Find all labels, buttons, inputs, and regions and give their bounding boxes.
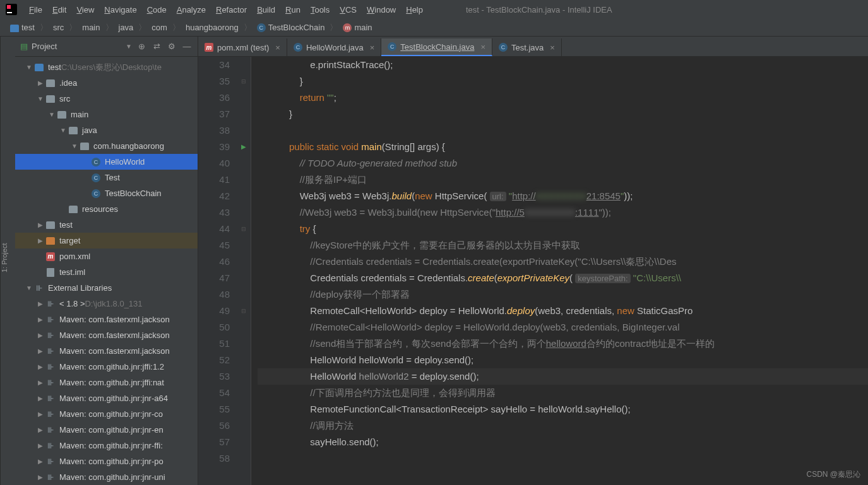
tree-item-Maven--com-github-jnr-jnr-co[interactable]: ▶⊪Maven: com.github.jnr:jnr-co [15,406,198,422]
breadcrumb-com[interactable]: com [149,23,170,32]
tab-pom-xml--test-[interactable]: mpom.xml (test)× [198,38,287,56]
menu-vcs[interactable]: VCS [335,5,362,15]
tree-item-java[interactable]: ▼java [15,122,198,138]
menu-help[interactable]: Help [401,5,428,15]
close-icon[interactable]: × [275,43,280,52]
gear-icon[interactable]: ⚙ [166,41,177,52]
breadcrumb-TestBlockChain[interactable]: CTestBlockChain [254,23,328,33]
menubar: FileEditViewNavigateCodeAnalyzeRefactorB… [0,0,868,19]
tab-HelloWorld-java[interactable]: CHelloWorld.java× [287,38,381,56]
code-text[interactable]: e.printStackTrace(); } return ""; } publ… [251,57,868,485]
line-number-gutter: 3435363738394041424344454647484950515253… [198,57,236,485]
breadcrumb-test[interactable]: test [8,23,37,32]
editor-area: mpom.xml (test)×CHelloWorld.java×CTestBl… [198,37,868,485]
breadcrumb-separator: 〉 [40,22,48,33]
breadcrumb-separator: 〉 [244,22,252,33]
tree-item-com-huangbaorong[interactable]: ▼com.huangbaorong [15,138,198,154]
tree-item-resources[interactable]: resources [15,201,198,217]
svg-rect-1 [7,5,11,9]
editor-tabs: mpom.xml (test)×CHelloWorld.java×CTestBl… [198,37,868,57]
close-icon[interactable]: × [370,43,375,52]
breadcrumb-main[interactable]: mmain [340,23,374,33]
breadcrumb-main[interactable]: main [80,23,102,32]
tree-item-Maven--com-github-jnr-jnr-ffi-[interactable]: ▶⊪Maven: com.github.jnr:jnr-ffi: [15,438,198,453]
tree-item-Maven--com-github-jnr-jnr-a64[interactable]: ▶⊪Maven: com.github.jnr:jnr-a64 [15,390,198,406]
app-logo-icon [5,3,18,16]
breadcrumb: test〉src〉main〉java〉com〉huangbaorong〉CTes… [0,19,868,37]
locate-icon[interactable]: ⊕ [136,41,147,52]
hide-icon[interactable]: — [181,41,193,52]
tree-item--idea[interactable]: ▶.idea [15,75,198,91]
menu-navigate[interactable]: Navigate [99,5,141,15]
left-tool-rail[interactable]: 1: Project [0,37,15,485]
breadcrumb-huangbaorong[interactable]: huangbaorong [183,23,241,32]
close-icon[interactable]: × [550,43,555,52]
tree-item-Maven--com-fasterxml-jackson[interactable]: ▶⊪Maven: com.fasterxml.jackson [15,343,198,359]
code-area[interactable]: 3435363738394041424344454647484950515253… [198,57,868,485]
project-title[interactable]: Project [32,42,122,51]
menu-view[interactable]: View [71,5,99,15]
project-header: ▤ Project ▼ ⊕ ⇄ ⚙ — [15,37,198,57]
watermark: CSDN @秦思沁 [806,469,860,480]
tree-item-TestBlockChain[interactable]: CTestBlockChain [15,185,198,201]
breadcrumb-separator: 〉 [105,22,114,33]
window-title: test - TestBlockChain.java - IntelliJ ID… [466,5,612,15]
menu-tools[interactable]: Tools [306,5,335,15]
breadcrumb-separator: 〉 [172,22,181,33]
menu-build[interactable]: Build [252,5,280,15]
breadcrumb-src[interactable]: src [51,23,66,32]
tree-item-test[interactable]: ▼test C:\Users\秦思沁\Desktop\te [15,59,198,75]
menu-run[interactable]: Run [280,5,306,15]
menu-items: FileEditViewNavigateCodeAnalyzeRefactorB… [24,5,428,15]
fold-gutter[interactable]: ⊟▶⊟⊟ [236,57,251,485]
run-gutter-icon[interactable]: ▶ [241,139,246,155]
tree-item-Maven--com-github-jnr-jnr-po[interactable]: ▶⊪Maven: com.github.jnr:jnr-po [15,453,198,469]
breadcrumb-separator: 〉 [69,22,77,33]
chevron-down-icon[interactable]: ▼ [126,43,132,50]
project-view-icon[interactable]: ▤ [20,42,28,51]
tree-item-Maven--com-github-jnr-jffi-1-2[interactable]: ▶⊪Maven: com.github.jnr:jffi:1.2 [15,359,198,375]
breadcrumb-separator: 〉 [330,22,338,33]
project-panel: ▤ Project ▼ ⊕ ⇄ ⚙ — ▼test C:\Users\秦思沁\D… [15,37,198,485]
menu-code[interactable]: Code [142,5,172,15]
menu-analyze[interactable]: Analyze [172,5,211,15]
tab-TestBlockChain-java[interactable]: CTestBlockChain.java× [381,38,492,56]
project-tree[interactable]: ▼test C:\Users\秦思沁\Desktop\te▶.idea▼src▼… [15,57,198,485]
menu-window[interactable]: Window [362,5,401,15]
tree-item-Maven--com-github-jnr-jffi-nat[interactable]: ▶⊪Maven: com.github.jnr:jffi:nat [15,375,198,390]
tree-item-pom-xml[interactable]: mpom.xml [15,248,198,264]
menu-refactor[interactable]: Refactor [211,5,252,15]
tree-item-Maven--com-fasterxml-jackson[interactable]: ▶⊪Maven: com.fasterxml.jackson [15,327,198,343]
breadcrumb-separator: 〉 [138,22,146,33]
tree-item-target[interactable]: ▶target [15,233,198,248]
tree-item-Maven--com-fasterxml-jackson[interactable]: ▶⊪Maven: com.fasterxml.jackson [15,312,198,327]
tree-item-External-Libraries[interactable]: ▼⊪External Libraries [15,280,198,296]
menu-file[interactable]: File [24,5,47,15]
tree-item-test[interactable]: ▶test [15,217,198,233]
tree-item-src[interactable]: ▼src [15,91,198,107]
tab-Test-java[interactable]: CTest.java× [492,38,562,56]
tree-item-main[interactable]: ▼main [15,107,198,122]
tree-item-Test[interactable]: CTest [15,170,198,185]
tree-item-HelloWorld[interactable]: CHelloWorld [15,154,198,170]
tree-item---1-8--[interactable]: ▶⊪< 1.8 > D:\jdk1.8.0_131 [15,296,198,312]
tree-item-test-iml[interactable]: test.iml [15,264,198,280]
svg-rect-2 [7,12,12,13]
expand-icon[interactable]: ⇄ [151,41,162,52]
close-icon[interactable]: × [480,42,485,52]
tree-item-Maven--com-github-jnr-jnr-uni[interactable]: ▶⊪Maven: com.github.jnr:jnr-uni [15,469,198,485]
menu-edit[interactable]: Edit [47,5,71,15]
tree-item-Maven--com-github-jnr-jnr-en[interactable]: ▶⊪Maven: com.github.jnr:jnr-en [15,422,198,438]
breadcrumb-java[interactable]: java [116,23,136,32]
